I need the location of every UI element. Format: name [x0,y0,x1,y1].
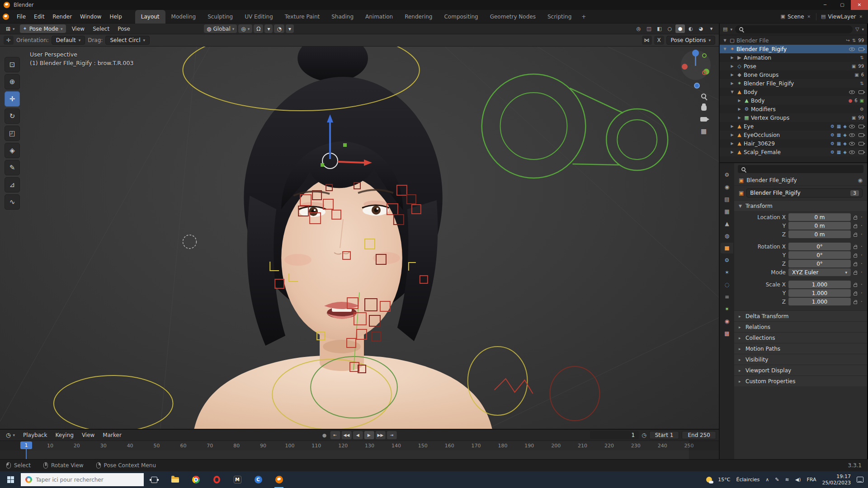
snap-settings-dropdown[interactable]: ▾ [264,24,273,33]
tool-pose-breakdowner[interactable]: ∿ [5,194,20,210]
expander-icon[interactable]: ▶ [736,116,743,120]
tab-material[interactable]: ◉ [721,316,733,327]
menu-help[interactable]: Help [105,10,126,23]
timeline-ruler[interactable]: 1020304050607080901001101201301401501601… [0,441,719,450]
animate-dot[interactable]: · [860,299,863,305]
timeline-menu-playback[interactable]: Playback [19,430,52,441]
visibility-eye-icon[interactable] [849,142,855,145]
prop-field-location-x[interactable]: 0 m [788,213,851,221]
mirror-icon[interactable]: ⋈ [642,36,652,45]
expander-icon[interactable]: ▶ [729,141,736,145]
tab-output[interactable]: ▤ [721,194,733,205]
outliner-row-blender-file-0[interactable]: ▼▢Blender FIle↪⇅99 [720,36,867,45]
ortho-grid-icon[interactable]: ▦ [701,128,707,134]
timeline-editor-dropdown[interactable]: ◷ ▾ [3,431,18,440]
tab-tool[interactable]: ⚙ [721,169,733,180]
expander-icon[interactable]: ▶ [729,73,736,77]
stopwatch-icon[interactable]: ◷ [642,432,646,438]
task-view-button[interactable] [144,471,165,488]
outliner-row-animation-2[interactable]: ▶▶Animation⇅ [720,53,867,62]
workspace-add-button[interactable]: + [577,10,590,23]
expander-icon[interactable]: ▶ [729,124,736,128]
language-indicator[interactable]: FRA [807,477,816,483]
lock-icon[interactable] [854,272,857,275]
editor-type-dropdown[interactable]: ⊞ ▾ [3,24,18,33]
snap-magnet-toggle[interactable]: Ω [254,24,263,33]
workspace-tab-layout[interactable]: Layout [135,10,165,23]
object-name-field[interactable]: Blender FIle_Rigify 3 [746,188,863,197]
section-collections[interactable]: ▸Collections [734,332,867,343]
axis-neg-x-handle[interactable] [702,70,707,75]
shading-settings-dropdown[interactable]: ▾ [707,24,716,33]
taskbar-search[interactable] [21,473,144,486]
blender-app[interactable] [269,471,289,488]
filter-funnel-icon[interactable]: ▽ [855,26,859,32]
prop-field-rotation-x[interactable]: 0° [788,243,851,250]
end-frame-field[interactable]: End 250 [682,431,716,439]
lock-icon[interactable] [854,234,857,237]
mirror-x-toggle[interactable]: X [654,36,664,45]
prop-field-y[interactable]: 1.000 [788,289,851,297]
outliner-row-body-7[interactable]: ▶▲Body●6▣ [720,96,867,105]
outliner-row-modifiers-8[interactable]: ▶⚙Modifiers⚙ [720,105,867,113]
menu-window[interactable]: Window [76,10,105,23]
expander-icon[interactable]: ▼ [722,47,728,51]
maximize-button[interactable]: ▢ [834,0,851,10]
visibility-eye-icon[interactable] [849,133,855,137]
render-camera-icon[interactable] [859,125,864,128]
weather-temp[interactable]: 15°C [718,477,730,483]
menu-file[interactable]: File [13,10,30,23]
shading-solid-button[interactable]: ● [675,24,685,33]
expander-icon[interactable]: ▼ [722,38,728,42]
drag-dropdown[interactable]: Select Circl ▾ [105,36,150,45]
animate-dot[interactable]: · [860,290,863,296]
tab-object[interactable]: ■ [721,243,733,253]
opera-shortcut[interactable] [206,471,227,488]
animate-dot[interactable]: · [860,231,863,238]
outliner-editor-icon[interactable]: ▤ [723,26,727,32]
menu-edit[interactable]: Edit [30,10,48,23]
outliner-row-eyeocclusion-11[interactable]: ▶▲EyeOcclusion⚙▦◈ [720,131,867,139]
lock-icon[interactable] [854,293,857,296]
workspace-tab-compositing[interactable]: Compositing [438,10,484,23]
clock[interactable]: 19:17 25/02/2023 [822,474,851,486]
lock-icon[interactable] [854,217,857,220]
tool-select-box[interactable]: ⊡ [5,57,20,72]
outliner-row-body-6[interactable]: ▼▲Body [720,88,867,96]
animate-dot[interactable]: · [860,244,863,250]
outliner-row-scalp-female-13[interactable]: ▶▲Scalp_Female⚙▦◈ [720,148,867,156]
section-relations[interactable]: ▸Relations [734,321,867,332]
workspace-tab-animation[interactable]: Animation [359,10,399,23]
timeline-track[interactable] [0,450,719,459]
orientation-dropdown[interactable]: Default ▾ [52,36,85,45]
lock-icon[interactable] [854,255,857,258]
animate-dot[interactable]: · [860,261,863,267]
lock-icon[interactable] [854,246,857,249]
axis-x-handle[interactable] [682,64,688,70]
proportional-settings-dropdown[interactable]: ▾ [286,24,294,33]
animate-dot[interactable]: · [860,282,863,288]
weather-desc[interactable]: Éclaircies [736,477,760,483]
outliner-row-blender-file-rigify-1[interactable]: ▼✶Blender FIle_Rigify [720,45,867,53]
pivot-point-dropdown[interactable]: ◎▾ [238,24,252,33]
toggle-xray-button[interactable]: ◧ [655,24,664,33]
zoom-icon[interactable] [701,94,706,99]
playhead-line[interactable] [26,449,27,459]
tool-scale[interactable]: ◰ [5,126,20,141]
outliner-search-field[interactable] [735,25,853,33]
outliner-row-hair-30629-12[interactable]: ▶▲Hair_30629⚙▦◈ [720,139,867,148]
play-button[interactable]: ▶ [364,431,374,439]
outliner-row-pose-3[interactable]: ▶◇Pose▣99 [720,62,867,70]
render-camera-icon[interactable] [859,90,864,94]
axis-z-handle[interactable] [692,50,699,56]
tool-move[interactable]: ✛ [5,91,20,107]
viewlayer-unlink-icon[interactable]: ✕ [858,14,863,19]
play-reverse-button[interactable]: ◀ [353,431,363,439]
outliner-row-eye-10[interactable]: ▶▲Eye⚙▦◈ [720,122,867,131]
pin-icon[interactable]: ◉ [858,177,863,183]
outliner-row-bone-groups-4[interactable]: ▶◆Bone Groups▣6 [720,70,867,79]
jump-to-start-button[interactable]: ⇤ [330,431,340,439]
transform-section-header[interactable]: ▼ Transform [734,200,867,211]
lock-icon[interactable] [854,263,857,266]
prop-field-z[interactable]: 0 m [788,230,851,238]
